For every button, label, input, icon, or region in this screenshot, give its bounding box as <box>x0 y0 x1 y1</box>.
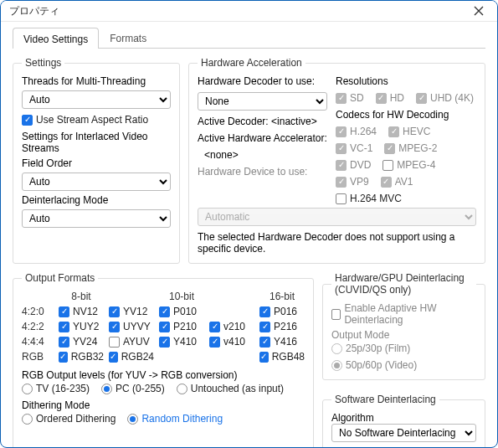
deint-mode-label: Deinterlacing Mode <box>22 194 171 206</box>
fmt-rgb32[interactable]: RGB32 <box>59 351 104 363</box>
sw-algo-select[interactable]: No Software Deinterlacing <box>331 424 476 442</box>
rgb-untouched-radio[interactable]: Untouched (as input) <box>177 383 284 394</box>
deint-mode-select[interactable]: Auto <box>22 209 171 228</box>
codec-dvd[interactable]: DVD <box>336 159 371 171</box>
fmt-p010[interactable]: P010 <box>159 306 204 317</box>
codecs-label: Codecs for HW Decoding <box>336 109 476 121</box>
fmt-yv12[interactable]: YV12 <box>109 306 154 317</box>
rgb-pc-radio[interactable]: PC (0-255) <box>101 383 165 394</box>
dither-label: Dithering Mode <box>22 399 305 411</box>
codec-hevc[interactable]: HEVC <box>388 126 430 137</box>
res-sd-checkbox[interactable]: SD <box>336 92 364 104</box>
hw-decoder-select[interactable]: None <box>198 92 327 111</box>
fmt-y410[interactable]: Y410 <box>159 336 204 348</box>
tab-formats[interactable]: Formats <box>99 27 157 48</box>
hw-video-radio[interactable]: 50p/60p (Video) <box>331 359 417 371</box>
active-accel-label: Active Hardware Accelerator: <box>198 132 327 144</box>
hw-deint-legend: Hardware/GPU Deinterlacing (CUVID/QS onl… <box>331 272 476 296</box>
fmt-ayuv[interactable]: AYUV <box>109 336 154 348</box>
fmt-v410[interactable]: v410 <box>209 336 254 348</box>
resolutions-label: Resolutions <box>336 75 476 87</box>
codec-vp9[interactable]: VP9 <box>336 176 369 188</box>
codec-h264[interactable]: H.264 <box>336 126 377 137</box>
dither-random-radio[interactable]: Random Dithering <box>127 413 223 425</box>
fmt-v210[interactable]: v210 <box>209 321 254 332</box>
hw-device-select: Automatic <box>198 208 476 226</box>
hw-deint-group: Hardware/GPU Deinterlacing (CUVID/QS onl… <box>322 272 485 380</box>
settings-legend: Settings <box>22 57 64 69</box>
fmt-rgb24[interactable]: RGB24 <box>109 351 154 363</box>
titlebar: プロパティ <box>1 1 497 22</box>
tab-bar: Video Settings Formats <box>13 27 485 49</box>
field-order-select[interactable]: Auto <box>22 173 171 191</box>
res-hd-checkbox[interactable]: HD <box>376 92 404 104</box>
fmt-yuy2[interactable]: YUY2 <box>59 321 104 332</box>
hw-note: The selected Hardware Decoder does not s… <box>198 231 476 255</box>
tab-video-settings[interactable]: Video Settings <box>13 28 99 49</box>
hw-film-radio[interactable]: 25p/30p (Film) <box>331 342 410 354</box>
rgb-tv-radio[interactable]: TV (16-235) <box>22 383 90 394</box>
codec-mpeg2[interactable]: MPEG-2 <box>384 142 437 154</box>
active-decoder-label: Active Decoder: <box>198 116 269 127</box>
close-button[interactable] <box>469 1 489 21</box>
output-formats-group: Output Formats 8-bit10-bit16-bit 4:2:0 N… <box>13 272 314 448</box>
hw-decoder-label: Hardware Decoder to use: <box>198 75 327 87</box>
fmt-p210[interactable]: P210 <box>159 321 204 332</box>
output-formats-legend: Output Formats <box>22 272 98 284</box>
fmt-p216[interactable]: P216 <box>259 321 305 332</box>
fmt-uyvy[interactable]: UYVY <box>109 321 154 332</box>
settings-group: Settings Threads for Multi-Threading Aut… <box>13 57 180 264</box>
codec-av1[interactable]: AV1 <box>381 176 413 188</box>
stream-aspect-checkbox[interactable]: Use Stream Aspect Ratio <box>22 114 171 126</box>
threads-label: Threads for Multi-Threading <box>22 75 171 87</box>
rgb-levels-label: RGB Output levels (for YUV -> RGB conver… <box>22 369 305 381</box>
res-uhd-checkbox[interactable]: UHD (4K) <box>416 92 474 104</box>
fmt-rgb48[interactable]: RGB48 <box>259 351 305 363</box>
checkbox-icon <box>22 115 33 126</box>
window-title: プロパティ <box>9 4 59 18</box>
hwaccel-legend: Hardware Acceleration <box>198 57 305 69</box>
sw-algo-label: Algorithm <box>331 412 476 424</box>
fmt-y416[interactable]: Y416 <box>259 336 305 348</box>
fmt-p016[interactable]: P016 <box>259 306 305 317</box>
codec-vc1[interactable]: VC-1 <box>336 142 372 154</box>
sw-deint-legend: Software Deinterlacing <box>331 394 439 405</box>
close-icon <box>474 6 484 16</box>
fmt-yv24[interactable]: YV24 <box>59 336 104 348</box>
fmt-nv12[interactable]: NV12 <box>59 306 104 317</box>
codec-h264mvc[interactable]: H.264 MVC <box>336 193 402 204</box>
hw-device-label: Hardware Device to use: <box>198 166 327 178</box>
sw-deint-group: Software Deinterlacing Algorithm No Soft… <box>322 394 485 448</box>
hwaccel-group: Hardware Acceleration Hardware Decoder t… <box>188 57 485 264</box>
interlaced-label: Settings for Interlaced Video Streams <box>22 131 171 154</box>
dither-ordered-radio[interactable]: Ordered Dithering <box>22 413 116 425</box>
threads-select[interactable]: Auto <box>22 90 171 109</box>
field-order-label: Field Order <box>22 157 171 169</box>
codec-mpeg4[interactable]: MPEG-4 <box>382 159 435 171</box>
hw-adaptive-checkbox[interactable]: Enable Adaptive HW Deinterlacing <box>331 302 476 326</box>
